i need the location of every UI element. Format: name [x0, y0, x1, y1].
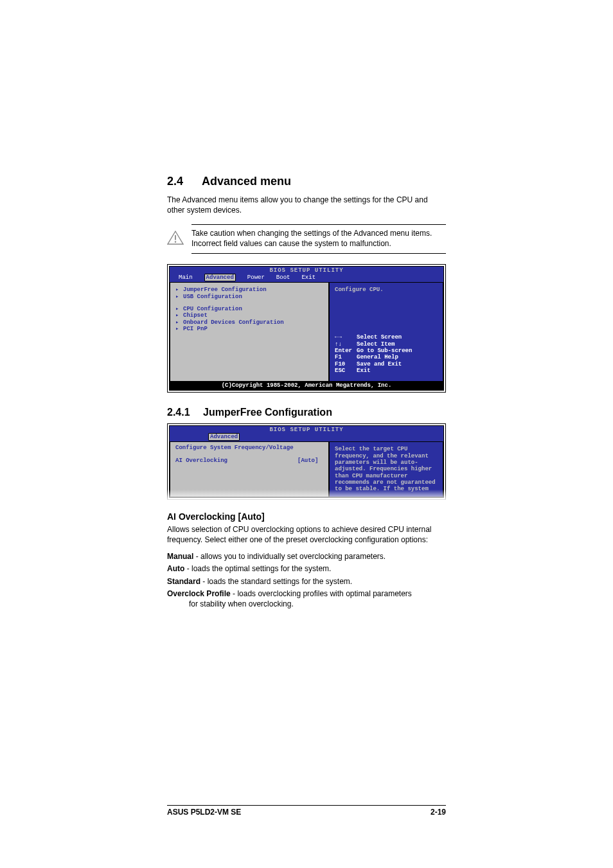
bios-copyright: (C)Copyright 1985-2002, American Megatre… [170, 382, 443, 389]
bios-item-onboard[interactable]: ▸Onboard Devices Configuration [175, 319, 323, 326]
submenu-arrow-icon: ▸ [175, 326, 183, 332]
bios-title: BIOS SETUP UTILITY [170, 267, 443, 274]
bios-jumperfree-screen: BIOS SETUP UTILITY Advanced Configure Sy… [167, 423, 446, 500]
bios-help-text: Select the target CPU frequency, and the… [335, 446, 438, 492]
option-overclock-profile: Overclock Profile - loads overclocking p… [167, 589, 446, 609]
bios-tab-bar: Advanced [170, 433, 443, 441]
bios-tab-advanced[interactable]: Advanced [204, 274, 236, 281]
bios-help-pane: Configure CPU. ←→Select Screen ↑↓Select … [329, 282, 443, 382]
fade-overlay [167, 490, 446, 501]
footer-product: ASUS P5LD2-VM SE [167, 808, 241, 817]
bios-tab-exit[interactable]: Exit [301, 274, 315, 281]
submenu-arrow-icon: ▸ [175, 294, 183, 300]
section-heading: 2.4Advanced menu [167, 175, 446, 188]
bios-help-text: Configure CPU. [335, 287, 438, 294]
bios-title: BIOS SETUP UTILITY [170, 426, 443, 433]
svg-point-1 [175, 242, 176, 243]
bios-tab-bar: MainAdvancedPowerBootExit [170, 274, 443, 282]
subsection-title-text: JumperFree Configuration [203, 407, 332, 418]
bios-nav-legend: ←→Select Screen ↑↓Select Item EnterGo to… [335, 334, 438, 374]
submenu-arrow-icon: ▸ [175, 287, 183, 293]
f10-key-label: F10 [335, 361, 357, 368]
option-description: Allows selection of CPU overclocking opt… [167, 524, 446, 545]
bios-tab-boot[interactable]: Boot [276, 274, 290, 281]
bios-item-jumperfree[interactable]: ▸JumperFree Configuration [175, 287, 323, 293]
option-standard: Standard - loads the standard settings f… [167, 576, 446, 587]
arrow-left-right-icon: ←→ [335, 334, 357, 341]
esc-key-label: ESC [335, 368, 357, 374]
bios-tab-main[interactable]: Main [179, 274, 193, 281]
caution-callout: Take caution when changing the settings … [167, 224, 446, 253]
caution-text: Take caution when changing the settings … [191, 224, 446, 253]
bios-item-cpu[interactable]: ▸CPU Configuration [175, 306, 323, 312]
bios-item-pcipnp[interactable]: ▸PCI PnP [175, 326, 323, 332]
subsection-number: 2.4.1 [167, 407, 203, 418]
f1-key-label: F1 [335, 354, 357, 360]
section-number: 2.4 [167, 175, 202, 188]
bios-menu-list: ▸JumperFree Configuration ▸USB Configura… [170, 282, 329, 382]
enter-key-label: Enter [335, 348, 357, 354]
submenu-arrow-icon: ▸ [175, 306, 183, 312]
bios-advanced-screen: BIOS SETUP UTILITY MainAdvancedPowerBoot… [167, 264, 446, 393]
bios-tab-advanced[interactable]: Advanced [208, 433, 240, 441]
caution-icon [167, 231, 184, 245]
bios-field-label: AI Overclocking [175, 457, 298, 464]
footer-page-number: 2-19 [431, 808, 446, 817]
option-manual: Manual - allows you to individually set … [167, 551, 446, 562]
submenu-arrow-icon: ▸ [175, 319, 183, 326]
bios-pane-heading: Configure System Frequency/Voltage [175, 445, 323, 451]
subsection-heading: 2.4.1JumperFree Configuration [167, 407, 446, 418]
option-heading: AI Overclocking [Auto] [167, 511, 446, 522]
bios-item-chipset[interactable]: ▸Chipset [175, 312, 323, 319]
arrow-up-down-icon: ↑↓ [335, 341, 357, 348]
bios-field-value: [Auto] [298, 457, 318, 464]
submenu-arrow-icon: ▸ [175, 312, 183, 319]
section-intro: The Advanced menu items allow you to cha… [167, 195, 446, 215]
bios-tab-power[interactable]: Power [247, 274, 265, 281]
bios-item-usb[interactable]: ▸USB Configuration [175, 294, 323, 300]
page-footer: ASUS P5LD2-VM SE 2-19 [167, 805, 446, 817]
section-title-text: Advanced menu [202, 175, 291, 188]
option-auto: Auto - loads the optimal settings for th… [167, 563, 446, 574]
bios-field-ai-overclocking[interactable]: AI Overclocking [Auto] [175, 457, 323, 464]
